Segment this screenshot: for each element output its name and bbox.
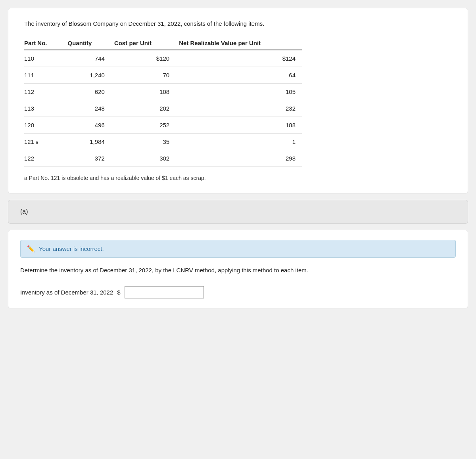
cell-nrv: 298 [176,150,302,167]
cell-partno: 112 [24,84,65,100]
dollar-sign: $ [117,289,120,296]
inventory-input[interactable] [125,286,204,298]
cell-nrv: $124 [176,50,302,67]
intro-text: The inventory of Blossom Company on Dece… [24,20,452,27]
section-a-label: (a) [20,208,28,215]
col-header-cost: Cost per Unit [111,36,176,50]
table-row: 110744$120$124 [24,50,302,67]
cell-partno: 120 [24,117,65,134]
cell-nrv: 232 [176,100,302,117]
table-row: 122372302298 [24,150,302,167]
cell-cost: 302 [111,150,176,167]
cell-quantity: 744 [65,50,111,67]
incorrect-banner: ✏️ Your answer is incorrect. [20,240,456,258]
footnote-text: a Part No. 121 is obsolete and has a rea… [24,175,452,181]
cell-quantity: 248 [65,100,111,117]
cell-nrv: 1 [176,134,302,150]
cell-quantity: 372 [65,150,111,167]
table-row: 121a1,984351 [24,134,302,150]
cell-nrv: 64 [176,67,302,84]
col-header-quantity: Quantity [65,36,111,50]
col-header-nrv: Net Realizable Value per Unit [176,36,302,50]
cell-quantity: 496 [65,117,111,134]
inventory-table: Part No. Quantity Cost per Unit Net Real… [24,36,302,167]
intro-card: The inventory of Blossom Company on Dece… [8,8,468,193]
answer-section: ✏️ Your answer is incorrect. Determine t… [8,230,468,308]
incorrect-text: Your answer is incorrect. [39,245,104,252]
cell-cost: $120 [111,50,176,67]
table-row: 113248202232 [24,100,302,117]
cell-partno: 113 [24,100,65,117]
cell-partno: 111 [24,67,65,84]
cell-cost: 108 [111,84,176,100]
cell-cost: 252 [111,117,176,134]
cell-partno: 122 [24,150,65,167]
col-header-partno: Part No. [24,36,65,50]
cell-quantity: 620 [65,84,111,100]
cell-cost: 70 [111,67,176,84]
inventory-label: Inventory as of December 31, 2022 [20,289,113,296]
inventory-row: Inventory as of December 31, 2022 $ [20,286,456,298]
cell-nrv: 105 [176,84,302,100]
pencil-icon: ✏️ [27,245,35,252]
section-a: (a) [8,200,468,224]
table-header-row: Part No. Quantity Cost per Unit Net Real… [24,36,302,50]
determine-text: Determine the inventory as of December 3… [20,266,456,275]
cell-cost: 35 [111,134,176,150]
cell-quantity: 1,984 [65,134,111,150]
cell-quantity: 1,240 [65,67,111,84]
table-row: 120496252188 [24,117,302,134]
superscript-label: a [36,140,38,145]
cell-partno: 110 [24,50,65,67]
table-row: 1111,2407064 [24,67,302,84]
cell-nrv: 188 [176,117,302,134]
table-row: 112620108105 [24,84,302,100]
cell-cost: 202 [111,100,176,117]
cell-partno: 121a [24,134,65,150]
